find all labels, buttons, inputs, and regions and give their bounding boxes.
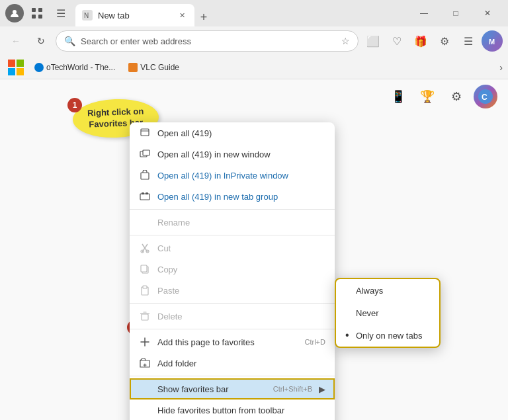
ms-green — [17, 60, 24, 67]
maximize-button[interactable]: □ — [441, 3, 471, 24]
favorites-bar: oTechWorld - The... VLC Guide › — [0, 56, 508, 79]
search-icon: 🔍 — [64, 36, 75, 46]
svg-text:M: M — [489, 38, 495, 46]
paste-icon — [139, 284, 151, 296]
profile-button[interactable]: M — [482, 30, 503, 52]
hide-fav-icon — [139, 404, 151, 416]
main-content: 📱 🏆 ⚙ C 1 Right click on Favorites bar — [0, 79, 508, 420]
menu-cut[interactable]: Cut — [130, 237, 335, 259]
profile-avatar[interactable] — [5, 4, 24, 22]
submenu-never-label: Never — [356, 308, 379, 318]
submenu-never[interactable]: Never — [336, 302, 439, 324]
new-window-icon — [139, 148, 151, 160]
menu-rename[interactable]: Rename — [130, 212, 335, 233]
favorites-more-button[interactable]: › — [499, 62, 503, 73]
fav-favicon-otechworld — [34, 63, 44, 72]
svg-rect-1 — [32, 8, 36, 12]
close-button[interactable]: ✕ — [472, 3, 503, 24]
show-fav-icon — [139, 383, 151, 395]
menu-add-folder-text: Add folder — [157, 358, 325, 368]
fav-item-otechworld[interactable]: oTechWorld - The... — [29, 60, 120, 75]
fav-label-vlc: VLC Guide — [140, 63, 179, 72]
main-top-right-icons: 📱 🏆 ⚙ C — [386, 85, 497, 108]
trophy-icon-btn[interactable]: 🏆 — [415, 85, 439, 108]
svg-text:C: C — [482, 93, 487, 102]
tab-title: New tab — [98, 11, 171, 21]
new-tab-button[interactable]: + — [194, 8, 213, 26]
inprivate-icon — [139, 169, 151, 181]
cut-icon — [139, 242, 151, 254]
menu-open-all[interactable]: Open all (419) — [130, 122, 335, 144]
browser-essentials-btn[interactable]: ⚙ — [434, 30, 455, 52]
favorites-btn[interactable]: ♡ — [386, 30, 407, 52]
mobile-icon-btn[interactable]: 📱 — [386, 85, 410, 108]
menu-add-page-shortcut: Ctrl+D — [305, 338, 325, 346]
favorites-icon[interactable]: ☆ — [341, 36, 350, 46]
open-all-icon — [139, 127, 151, 139]
menu-hide-favorites-btn[interactable]: Hide favorites button from toolbar — [130, 399, 335, 420]
apps-grid-btn[interactable] — [5, 57, 26, 78]
menu-open-tab-group-text: Open all (419) in new tab group — [157, 192, 325, 202]
svg-rect-22 — [141, 265, 147, 272]
window-controls-left: ☰ — [5, 3, 71, 24]
menu-cut-text: Cut — [157, 243, 325, 253]
menu-open-tab-group[interactable]: Open all (419) in new tab group — [130, 186, 335, 207]
context-menu: Open all (419) Open all (419) in new win… — [130, 122, 335, 420]
menu-open-all-text: Open all (419) — [157, 128, 325, 138]
svg-rect-15 — [141, 173, 149, 179]
step-badge-1: 1 — [67, 98, 82, 112]
menu-delete[interactable]: Delete — [130, 306, 335, 327]
menu-open-new-window[interactable]: Open all (419) in new window — [130, 144, 335, 165]
fav-item-vlc[interactable]: VLC Guide — [123, 60, 185, 75]
submenu-show-favorites: Always Never • Only on new tabs — [335, 278, 441, 348]
active-tab[interactable]: N New tab ✕ — [75, 4, 194, 26]
menu-open-inprivate-text: Open all (419) in InPrivate window — [157, 171, 325, 181]
svg-rect-14 — [143, 150, 149, 155]
menu-open-inprivate[interactable]: Open all (419) in InPrivate window — [130, 165, 335, 186]
collections-btn[interactable]: 🎁 — [410, 30, 431, 52]
tab-favicon: N — [82, 10, 93, 21]
tab-group-icon — [139, 190, 151, 202]
submenu-always-dot — [345, 284, 351, 296]
menu-paste[interactable]: Paste — [130, 280, 335, 301]
fav-favicon-vlc — [128, 63, 138, 72]
submenu-always[interactable]: Always — [336, 279, 439, 302]
svg-rect-17 — [142, 192, 144, 194]
add-folder-icon — [139, 357, 151, 369]
svg-rect-4 — [38, 15, 42, 19]
copy-icon — [139, 263, 151, 275]
address-bar-row: ← ↻ 🔍 Search or enter web address ☆ ⬜ ♡ … — [0, 26, 508, 56]
menu-add-page[interactable]: Add this page to favorites Ctrl+D — [130, 331, 335, 353]
extension-btn[interactable] — [26, 3, 48, 24]
svg-text:N: N — [84, 12, 89, 19]
submenu-arrow-icon: ▶ — [319, 384, 325, 394]
svg-rect-3 — [32, 15, 36, 19]
separator-3 — [130, 303, 335, 304]
fav-label-otechworld: oTechWorld - The... — [46, 63, 115, 72]
copilot-icon-btn[interactable]: C — [474, 85, 497, 108]
svg-rect-25 — [142, 314, 148, 320]
menu-show-fav-shortcut: Ctrl+Shift+B — [273, 385, 312, 393]
sidebar-btn[interactable]: ☰ — [50, 3, 71, 24]
menu-rename-text: Rename — [157, 218, 325, 228]
menu-show-favorites-bar[interactable]: Show favorites bar Ctrl+Shift+B ▶ — [130, 378, 335, 399]
menu-copy[interactable]: Copy — [130, 259, 335, 280]
svg-rect-2 — [38, 8, 42, 12]
submenu-only-dot: • — [345, 329, 351, 341]
tab-close-button[interactable]: ✕ — [176, 9, 188, 21]
minimize-button[interactable]: — — [409, 3, 439, 24]
settings-main-btn[interactable]: ⚙ — [444, 85, 468, 108]
back-button[interactable]: ← — [5, 30, 26, 52]
split-screen-btn[interactable]: ⬜ — [362, 30, 384, 52]
address-bar[interactable]: 🔍 Search or enter web address ☆ — [56, 30, 359, 52]
address-right-icons: ☆ — [341, 36, 350, 46]
settings-btn[interactable]: ☰ — [458, 30, 479, 52]
title-bar: ☰ N New tab ✕ + — □ ✕ — [0, 0, 508, 26]
refresh-button[interactable]: ↻ — [30, 30, 52, 52]
submenu-only-new-tabs[interactable]: • Only on new tabs — [336, 324, 439, 347]
menu-delete-text: Delete — [157, 312, 325, 321]
separator-1 — [130, 209, 335, 210]
rename-icon — [139, 216, 151, 228]
menu-add-folder[interactable]: Add folder — [130, 353, 335, 374]
menu-open-new-window-text: Open all (419) in new window — [157, 149, 325, 159]
